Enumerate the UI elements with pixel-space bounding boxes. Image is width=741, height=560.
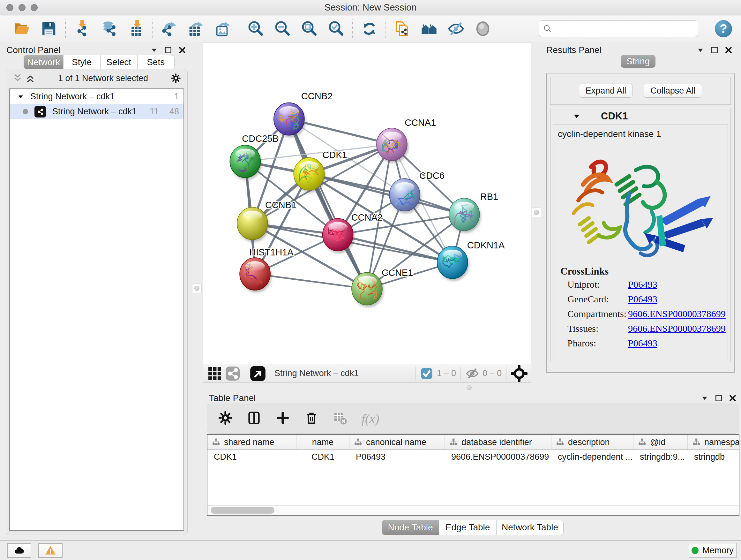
panel-float-icon[interactable] [711,46,719,54]
import-table-button[interactable] [126,19,145,38]
panel-float-icon[interactable] [715,394,723,402]
zoom-out-button[interactable] [273,19,292,38]
string-document-button[interactable] [393,19,412,38]
expand-all-button[interactable]: Expand All [579,84,633,98]
left-splitter-handle[interactable] [192,284,202,293]
crosslink-link[interactable]: P06493 [628,338,657,349]
crosslink-link[interactable]: 9606.ENSP00000378699 [628,308,726,319]
column-header-database-identifier[interactable]: database identifier [445,435,551,449]
crosslinks-title: CrossLinks [560,266,728,277]
table-cell[interactable]: stringdb [688,450,739,463]
fit-selected-crosshair-icon[interactable] [511,365,528,382]
panel-menu-icon[interactable] [150,46,158,54]
tab-style[interactable]: Style [64,55,100,69]
export-network-button[interactable] [159,19,178,38]
table-cell[interactable]: 9606.ENSP00000378699 [445,450,551,463]
grid-view-icon[interactable] [207,366,222,381]
table-row[interactable]: CDK1CDK1P064939606.ENSP00000378699cyclin… [207,450,739,463]
refresh-layout-button[interactable] [360,19,379,38]
crosslink-link[interactable]: P06493 [628,294,657,305]
table-cell[interactable]: CDK1 [207,450,296,463]
edge-HIST1H1A-CCNE1[interactable] [255,274,367,289]
column-header-namespace[interactable]: namespace [688,435,739,449]
tab-select[interactable]: Select [100,55,138,69]
collapse-all-button[interactable]: Collapse All [644,84,702,98]
gene-section-header[interactable]: CDK1 [550,108,731,124]
crosslink-link[interactable]: P06493 [628,279,657,290]
birdseye-button[interactable] [474,19,492,38]
import-network-database-button[interactable] [99,19,118,38]
delete-table-button[interactable] [333,411,347,427]
help-icon[interactable]: ? [715,20,732,37]
node-CCNB2[interactable]: CCNB2 [274,91,333,138]
tab-sets[interactable]: Sets [138,55,175,69]
network-collection-row[interactable]: String Network – cdk1 1 [10,89,184,104]
hidden-eye-slash-icon[interactable] [465,367,479,381]
panel-menu-icon[interactable] [696,46,704,54]
column-header-shared-name[interactable]: shared name [207,435,296,449]
node-table[interactable]: shared namenamecanonical namedatabase id… [207,434,739,516]
show-columns-button[interactable] [247,411,261,427]
import-network-file-button[interactable] [73,19,91,38]
node-CCNB1[interactable]: CCNB1 [237,200,296,242]
node-HIST1H1A[interactable]: HIST1H1A [240,247,293,293]
zoom-in-button[interactable] [246,19,265,38]
home-button[interactable] [420,19,439,38]
tab-edge-table[interactable]: Edge Table [439,520,496,535]
column-header-name[interactable]: name [296,435,349,449]
panel-close-icon[interactable] [729,394,737,402]
search-input[interactable] [552,22,694,35]
tab-network[interactable]: Network [23,55,64,69]
column-header-canonical-name[interactable]: canonical name [349,435,445,449]
string-network-graph[interactable]: CCNB2 CCNA1 CDC25B CDK1 CDC6 RB1 CCNB1 C… [203,43,531,364]
collapse-all-networks-icon[interactable] [11,72,24,84]
panel-float-icon[interactable] [164,46,172,54]
node-CCNE1[interactable]: CCNE1 [352,267,413,307]
string-view-disabled-icon[interactable] [225,366,240,381]
delete-column-button[interactable] [304,411,319,427]
add-column-button[interactable] [275,411,290,427]
open-session-button[interactable] [13,19,31,38]
function-builder-button[interactable]: f(x) [361,411,380,426]
export-table-button[interactable] [186,19,205,38]
memory-button[interactable]: Memory [689,543,737,558]
tab-network-table[interactable]: Network Table [496,520,563,535]
cloud-button[interactable] [7,543,31,558]
export-image-button[interactable] [213,19,232,38]
table-cell[interactable]: CDK1 [296,450,349,463]
right-splitter-handle[interactable] [532,207,541,217]
warnings-button[interactable] [38,543,63,558]
scrollbar-thumb[interactable] [211,507,274,514]
table-cell[interactable]: stringdb:9... [633,450,688,463]
panel-close-icon[interactable] [724,46,733,54]
search-field[interactable] [539,20,698,37]
table-cell[interactable]: P06493 [349,450,445,463]
crosslink-link[interactable]: 9606.ENSP00000378699 [628,323,726,334]
tree-expand-icon[interactable] [17,94,24,100]
horizontal-splitter-handle[interactable] [467,385,472,390]
selected-checkbox-icon[interactable] [420,367,433,380]
collapse-section-icon[interactable] [573,112,581,120]
node-RB1[interactable]: RB1 [449,192,498,233]
zoom-selected-button[interactable] [327,19,345,38]
save-session-button[interactable] [40,19,58,38]
control-panel-tabs: NetworkStyleSelectSets [23,55,175,69]
tab-string[interactable]: String [621,55,656,68]
tab-node-table[interactable]: Node Table [382,520,439,535]
node-CDKN1A[interactable]: CDKN1A [437,240,505,281]
zoom-fit-button[interactable] [300,19,319,38]
column-header-description[interactable]: description [551,435,633,449]
network-row-selected[interactable]: String Network – cdk1 11 48 [10,104,184,119]
panel-close-icon[interactable] [178,46,186,54]
node-CCNA1[interactable]: CCNA1 [377,118,436,163]
hide-panel-button[interactable] [447,19,465,38]
table-cell[interactable]: cyclin-dependent ... [551,450,633,463]
network-options-gear-icon[interactable] [170,72,182,84]
table-horizontal-scrollbar[interactable] [207,505,739,515]
column-header--id[interactable]: @id [633,435,688,449]
birdseye-toggle-icon[interactable] [250,365,266,382]
panel-menu-icon[interactable] [700,394,709,402]
network-view-canvas[interactable]: CCNB2 CCNA1 CDC25B CDK1 CDC6 RB1 CCNB1 C… [203,42,531,364]
expand-all-networks-icon[interactable] [24,72,37,84]
table-settings-button[interactable] [218,411,232,427]
